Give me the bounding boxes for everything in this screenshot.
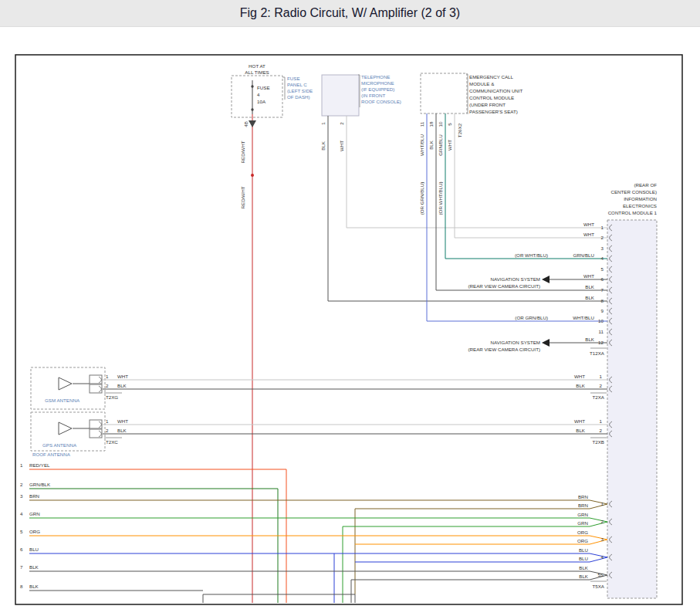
wire-ec-blk [436,113,607,290]
diagram-label: 3 [601,536,604,542]
diagram-label: ORG [577,538,588,543]
diagram-label: BLK [585,295,595,300]
diagram-label: GRN [29,511,40,516]
diagram-label: GRN [577,512,588,517]
diagram-label: BLK [579,574,589,579]
diagram-svg: HOT ATALL TIMESFUSE410AFUSEPANEL C(LEFT … [0,0,700,616]
diagram-label: BLK [585,284,595,289]
wire-row7-blk [29,571,607,575]
hot-at-all-times-label: HOT AT [249,63,265,69]
diagram-label: 5 [601,266,604,272]
diagram-label: GRN/BLU [438,134,443,156]
wire-row2-grn-blk [29,489,278,603]
diagram-label: INFORMATION [624,196,657,201]
diagram-label: CONTROL MODULE [469,95,514,100]
diagram-label: 7 [601,287,604,293]
wire-row5-org [29,536,607,540]
fuse-terminal-top [251,85,253,87]
nav-arrow-pin6 [542,276,550,283]
diagram-label: BRN [578,503,588,508]
diagram-label: BLK [29,564,39,570]
next-page-box-outline [203,594,355,603]
diagram-label: 8 [601,298,604,303]
diagram-label: BLU [29,547,39,552]
diagram-label: BLK [576,428,586,433]
emergency-call-module-box [421,73,467,113]
diagram-label: 1 [106,374,109,379]
wire-mic-blk [328,116,607,301]
diagram-label: 4 [257,92,260,97]
diagram-label: 1 [106,418,109,424]
diagram-label: (IF EQUIPPED) [361,86,394,92]
fuse-panel-label: FUSE [287,76,300,81]
diagram-label: 10 [438,121,443,127]
diagram-label: WHT [583,222,594,227]
diagram-label: 2 [600,383,603,388]
wire-ec-wht [455,113,607,238]
diagram-label: 2 [20,482,23,487]
diagram-label: 4 [601,554,604,560]
diagram-label: (IN FRONT [361,93,385,98]
diagram-label: 2 [600,428,603,433]
diagram-label: 2 [601,235,604,240]
diagram-label: 6 [20,547,23,552]
diagram-label: WHT [117,418,128,424]
diagram-label: WHT/BLU [419,134,424,156]
diagram-label: ELECTRONICS [623,203,657,208]
diagram-label: GRN/BLU [573,252,594,258]
diagram-label: PANEL C [287,82,307,87]
diagram-label: RED/WHT [240,186,245,208]
fuse-terminal-bottom [251,108,253,110]
diagram-label: BLU [579,556,588,561]
roof-antenna-label: ROOF ANTENNA [32,452,71,457]
diagram-label: 1 [601,501,604,506]
diagram-label: WHT [117,374,128,379]
telephone-microphone-label: TELEPHONE [361,74,390,80]
diagram-label: RED/WHT [240,140,245,163]
junction-dot-red [251,174,254,177]
diagram-label: (UNDER FRONT [469,102,506,107]
diagram-label: WHT [339,140,344,151]
diagram-label: 6 [601,276,604,282]
diagram-label: 5 [20,529,23,534]
diagram-label: 9 [601,308,604,313]
diagram-label: (OR WHT/BLU) [438,182,443,215]
diagram-label: ORG [577,530,588,535]
diagram-label: COMMUNICATION UNIT [469,88,523,93]
diagram-label: BLK [117,383,127,388]
connector-t2xg: T2XG [106,394,118,400]
pin-terminal [99,421,102,428]
gsm-antenna-symbol [59,377,72,390]
diagram-label: BLU [579,547,588,553]
diagram-label: ORG [29,529,40,534]
nav-system-label-2: NAVIGATION SYSTEM [491,340,540,345]
diagram-label: 2 [106,383,109,388]
pin-terminal [99,431,102,437]
wire-row4-grn [29,518,607,522]
diagram-label: BLK [320,140,326,151]
diagram-label: CONTROL MODULE 1 [608,210,658,215]
pin-terminal [99,377,102,383]
diagram-label: WHT [574,418,585,424]
diagram-label: (OR GRN/BLU) [515,315,548,320]
diagram-label: 3 [20,493,23,499]
diagram-label: 11 [419,121,424,127]
diagram-label: 2 [339,122,344,125]
gps-antenna-label: GPS ANTENNA [42,442,77,448]
diagram-label: WHT [574,374,585,379]
diagram-label: 1 [20,462,23,468]
connector-t2xb: T2XB [593,439,604,445]
diagram-label: 5S [597,572,604,577]
diagram-label: GRN [577,520,588,526]
pin-terminal [99,386,102,392]
radio-circuit-page: Fig 2: Radio Circuit, W/ Amplifier (2 of… [0,0,700,616]
nav-arrow-pin12 [542,339,550,347]
diagram-label: 18 [428,121,434,127]
fuse-down-arrow [249,120,256,127]
connector-t2xa: T2XA [593,394,605,400]
diagram-label: 1 [320,122,326,125]
diagram-label: WHT [447,140,452,151]
diagram-label: OF DASH) [287,94,310,100]
diagram-label: PASSENGER'S SEAT) [469,109,518,114]
wire-blu-2 [355,557,607,562]
